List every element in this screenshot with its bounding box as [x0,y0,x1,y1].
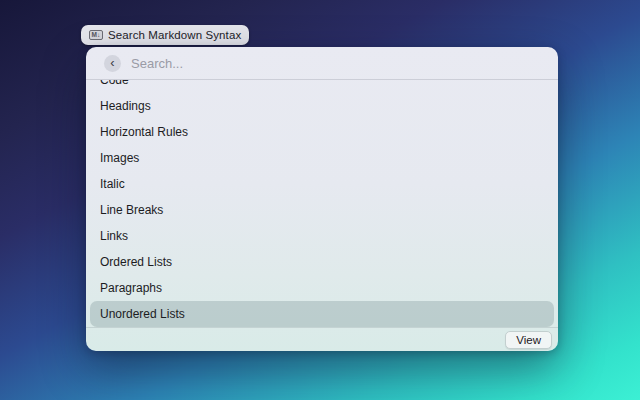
results-list: CodeHeadingsHorizontal RulesImagesItalic… [86,80,558,327]
list-item-label: Links [100,229,128,243]
shortcut-hint-label: Search Markdown Syntax [108,29,241,41]
list-item-label: Ordered Lists [100,255,172,269]
list-item[interactable]: Ordered Lists [90,249,554,275]
list-item[interactable]: Code [90,80,554,93]
back-button[interactable]: ‹ [104,55,121,72]
list-item[interactable]: Links [90,223,554,249]
search-input[interactable] [131,56,546,71]
list-item[interactable]: Italic [90,171,554,197]
search-bar: ‹ [86,47,558,80]
chevron-left-icon: ‹ [110,56,114,69]
list-item[interactable]: Unordered Lists [90,301,554,327]
list-item[interactable]: Images [90,145,554,171]
search-panel: ‹ CodeHeadingsHorizontal RulesImagesItal… [86,47,558,351]
list-item-label: Horizontal Rules [100,125,188,139]
list-item-label: Headings [100,99,151,113]
list-item-label: Italic [100,177,125,191]
markdown-icon: M↓ [89,30,103,40]
list-item[interactable]: Horizontal Rules [90,119,554,145]
view-button[interactable]: View [505,331,552,349]
list-item-label: Unordered Lists [100,307,185,321]
list-item-label: Paragraphs [100,281,162,295]
list-item-label: Line Breaks [100,203,163,217]
shortcut-hint-pill[interactable]: M↓ Search Markdown Syntax [81,25,249,45]
list-item-label: Code [100,80,129,87]
list-item[interactable]: Line Breaks [90,197,554,223]
panel-footer: View [86,327,558,351]
list-item[interactable]: Headings [90,93,554,119]
list-item[interactable]: Paragraphs [90,275,554,301]
list-item-label: Images [100,151,139,165]
